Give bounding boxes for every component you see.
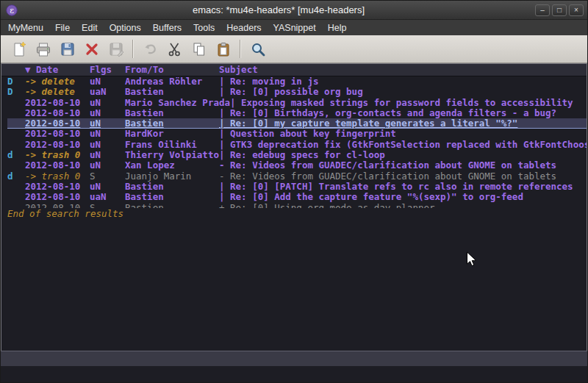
message-flags: uN [90, 98, 125, 108]
message-subject: | Re: edebug specs for cl-loop [219, 150, 385, 160]
echo-area[interactable] [1, 366, 587, 382]
column-date[interactable]: ▼ Date [25, 64, 90, 76]
message-row[interactable]: 2012-08-10 uN Mario Sanchez Prada | Expo… [7, 98, 587, 108]
message-row[interactable]: 2012-08-10 S Bastien + Re: [0] Using org… [7, 203, 587, 208]
save-as-icon [108, 41, 124, 57]
menu-help[interactable]: Help [322, 21, 353, 35]
message-row[interactable]: 2012-08-10 uN Bastien | Re: [0] my captu… [7, 118, 587, 129]
mouse-cursor [466, 251, 478, 268]
cut-button[interactable] [162, 38, 187, 60]
column-from-to[interactable]: From/To [125, 64, 219, 76]
mark-flag: D [7, 87, 25, 97]
empty-buffer-space [1, 219, 587, 351]
paste-button[interactable] [211, 38, 235, 60]
message-from: Bastien [125, 182, 219, 192]
copy-icon [191, 41, 207, 57]
mark-flag: d [7, 150, 25, 160]
sort-desc-icon: ▼ [25, 64, 31, 75]
message-row[interactable]: D -> delete uN Andreas Röhler | Re: movi… [7, 76, 587, 87]
message-row[interactable]: 2012-08-10 uN Bastien | Re: [0] Birthday… [7, 108, 587, 118]
mark-flag [7, 203, 25, 208]
message-row[interactable]: 2012-08-10 uN Bastien | Re: [0] [PATCH] … [7, 182, 587, 192]
message-date: 2012-08-10 [25, 98, 90, 108]
menu-headers[interactable]: Headers [220, 21, 267, 35]
menu-mymenu[interactable]: MyMenu [2, 21, 49, 35]
mark-flag [7, 160, 25, 171]
save-button[interactable] [55, 38, 79, 60]
mark-column-spacer [7, 64, 25, 76]
menubar: MyMenu File Edit Options Buffers Tools H… [1, 20, 587, 35]
undo-button[interactable] [138, 38, 162, 60]
message-subject: | Question about key fingerprint [219, 129, 396, 139]
message-flags: uN [90, 118, 125, 129]
new-file-button[interactable] [7, 38, 31, 60]
message-row[interactable]: 2012-08-10 uN Frans Oilinki | GTK3 depre… [7, 140, 587, 150]
message-flags: S [90, 171, 125, 182]
message-from: Bastien [125, 87, 219, 97]
message-list: D -> delete uN Andreas Röhler | Re: movi… [1, 76, 587, 208]
message-subject: | Re: [0] my capture template generates … [219, 118, 517, 129]
menu-file[interactable]: File [49, 21, 76, 35]
menu-tools[interactable]: Tools [187, 21, 220, 35]
message-subject: | Re: [0] Add the capture feature "%(sex… [219, 192, 523, 202]
save-as-button[interactable] [104, 38, 128, 60]
mark-flag: d [7, 171, 25, 182]
mark-flag: D [7, 76, 25, 87]
message-date: 2012-08-10 [25, 160, 90, 171]
message-from: HardKor [125, 129, 219, 139]
column-subject[interactable]: Subject [219, 64, 258, 76]
menu-options[interactable]: Options [104, 21, 147, 35]
message-date: 2012-08-10 [25, 140, 90, 150]
message-from: Xan Lopez [125, 160, 219, 171]
message-row[interactable]: D -> delete uaN Bastien | Re: [0] possib… [7, 87, 587, 97]
undo-icon [143, 41, 159, 57]
message-from: Juanjo Marin [125, 171, 219, 182]
close-buffer-icon [84, 41, 100, 57]
message-row[interactable]: 2012-08-10 uN Xan Lopez - Re: Videos fro… [7, 160, 587, 171]
message-row[interactable]: 2012-08-10 uaN Bastien | Re: [0] Add the… [7, 192, 587, 202]
menu-yasnippet[interactable]: YASnippet [268, 21, 322, 35]
message-row[interactable]: d -> trash 0 S Juanjo Marin - Re: Videos… [7, 171, 587, 182]
mark-flag [7, 108, 25, 118]
buffer-area: ▼ Date Flgs From/To Subject D -> delete … [1, 63, 587, 351]
message-from: Andreas Röhler [125, 76, 219, 87]
minimize-button[interactable]: – [535, 4, 550, 16]
toolbar-separator [240, 40, 241, 58]
modeline[interactable]: *mu4e-headers* ( 5, 0) [All/2.0k] [mu4e-… [1, 351, 587, 366]
message-flags: uaN [90, 87, 125, 97]
search-icon [250, 41, 266, 57]
headers-header-line: ▼ Date Flgs From/To Subject [1, 64, 587, 76]
message-row[interactable]: d -> trash 0 uN Thierry Volpiatto | Re: … [7, 150, 587, 160]
menu-buffers[interactable]: Buffers [147, 21, 187, 35]
message-date: 2012-08-10 [25, 118, 90, 129]
message-row[interactable]: 2012-08-10 uN HardKor | Question about k… [7, 129, 587, 139]
message-subject: + Re: [0] Using org-mode as day planner [219, 203, 435, 208]
menu-edit[interactable]: Edit [76, 21, 104, 35]
window-controls: – □ × [535, 4, 584, 16]
close-buffer-button[interactable] [79, 38, 104, 60]
message-subject: | Re: [0] possible org bug [219, 87, 363, 97]
mark-flag [7, 140, 25, 150]
svg-text:ε: ε [10, 6, 14, 15]
message-subject: | GTK3 deprecation fix (GtkFontSelection… [219, 140, 587, 150]
message-from: Bastien [125, 203, 219, 208]
message-flags: S [90, 203, 125, 208]
copy-button[interactable] [187, 38, 211, 60]
message-flags: uaN [90, 192, 125, 202]
message-from: Bastien [125, 108, 219, 118]
print-button[interactable] [31, 38, 55, 60]
message-subject: | Exposing masked strings for password f… [230, 98, 573, 108]
maximize-button[interactable]: □ [552, 4, 567, 16]
message-subject: - Re: Videos from GUADEC/clarification a… [219, 171, 556, 182]
column-flags[interactable]: Flgs [90, 64, 125, 76]
message-flags: uN [90, 108, 125, 118]
close-button[interactable]: × [569, 4, 584, 16]
new-file-icon [11, 41, 27, 57]
end-of-search-message: End of search results [1, 208, 587, 219]
print-icon [35, 41, 51, 57]
search-button[interactable] [245, 38, 270, 60]
message-flags: uN [90, 129, 125, 139]
message-date: 2012-08-10 [25, 129, 90, 139]
titlebar[interactable]: ε emacs: *mu4e-headers* [mu4e-headers] –… [1, 1, 587, 20]
mark-flag [7, 129, 25, 139]
